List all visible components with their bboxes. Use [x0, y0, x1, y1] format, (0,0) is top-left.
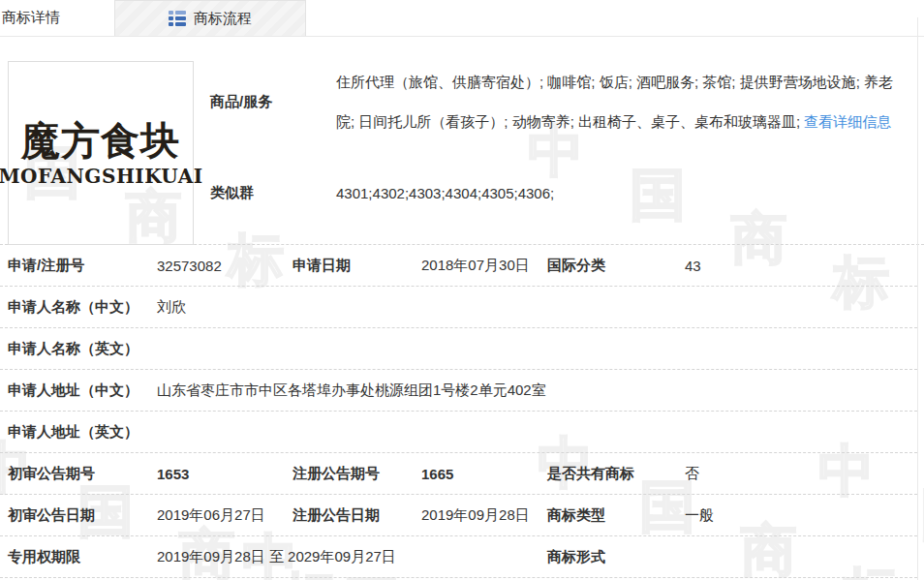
field-label: 商标形式 [547, 548, 685, 566]
applicant-name-cn-row: 申请人名称（中文） 刘欣 [0, 287, 917, 328]
field-label: 是否共有商标 [547, 465, 685, 483]
trademark-image: 魔方食块 MOFANGSHIKUAI [8, 61, 194, 245]
field-value: 43 [685, 258, 917, 274]
similar-group-label: 类似群 [210, 184, 336, 202]
validity-period-row: 专用权期限 2019年09月28日 至 2029年09月27日 商标形式 [0, 536, 917, 578]
field-value: 一般 [685, 506, 917, 525]
goods-services-label: 商品/服务 [210, 93, 336, 111]
field-label: 注册公告日期 [293, 506, 421, 525]
field-label: 申请人名称（英文） [0, 340, 157, 358]
gazette-date-row: 初审公告日期 2019年06月27日 注册公告日期 2019年09月28日 商标… [0, 495, 917, 536]
field-value: 1665 [421, 466, 547, 482]
field-label: 申请人地址（英文） [0, 423, 157, 442]
field-label: 初审公告日期 [0, 506, 157, 525]
field-value: 2018年07月30日 [421, 257, 547, 275]
trademark-name-en: MOFANGSHIKUAI [0, 165, 203, 188]
trademark-detail-page: 中 国 商 标 中 国 商 标 中 国 商 标 中 国 商 标 中 国 商 标 [0, 0, 924, 580]
trademark-detail-content: 魔方食块 MOFANGSHIKUAI 商品/服务 住所代理（旅馆、供膳寄宿处）;… [0, 37, 924, 578]
field-label: 申请/注册号 [0, 257, 157, 275]
tab-trademark-details[interactable]: 商标详情 [0, 0, 114, 36]
goods-services-row: 商品/服务 住所代理（旅馆、供膳寄宿处）; 咖啡馆; 饭店; 酒吧服务; 茶馆;… [210, 37, 924, 141]
field-label: 初审公告期号 [0, 465, 157, 483]
field-value: 2019年09月28日 [421, 506, 547, 525]
field-value: 否 [685, 465, 917, 483]
application-number-row: 申请/注册号 32573082 申请日期 2018年07月30日 国际分类 43 [0, 245, 917, 287]
view-details-link[interactable]: 查看详细信息 [804, 113, 891, 130]
applicant-address-en-row: 申请人地址（英文） [0, 412, 917, 453]
goods-services-text: 住所代理（旅馆、供膳寄宿处）; 咖啡馆; 饭店; 酒吧服务; 茶馆; 提供野营场… [336, 62, 924, 141]
field-label: 商标类型 [547, 506, 685, 525]
tab-trademark-process-label: 商标流程 [194, 10, 252, 28]
field-value: 刘欣 [157, 298, 917, 317]
similar-group-value: 4301;4302;4303;4304;4305;4306; [336, 185, 554, 201]
tab-bar: 商标详情 商标流程 [0, 0, 924, 37]
tab-trademark-details-label: 商标详情 [2, 9, 60, 27]
field-label: 申请人地址（中文） [0, 382, 157, 400]
applicant-name-en-row: 申请人名称（英文） [0, 328, 917, 370]
applicant-address-cn-row: 申请人地址（中文） 山东省枣庄市市中区各塔埠办事处桃源组团1号楼2单元402室 [0, 370, 917, 412]
top-section: 魔方食块 MOFANGSHIKUAI 商品/服务 住所代理（旅馆、供膳寄宿处）;… [0, 37, 924, 245]
trademark-name-cn: 魔方食块 [21, 119, 180, 162]
field-label: 注册公告期号 [293, 465, 421, 483]
field-value: 2019年09月28日 至 2029年09月27日 [157, 548, 547, 566]
field-label: 国际分类 [547, 257, 685, 275]
field-value: 2019年06月27日 [157, 506, 293, 525]
tab-trademark-process[interactable]: 商标流程 [114, 0, 306, 36]
grid-icon [169, 11, 186, 26]
field-label: 申请人名称（中文） [0, 298, 157, 317]
field-value: 32573082 [157, 258, 293, 274]
gazette-number-row: 初审公告期号 1653 注册公告期号 1665 是否共有商标 否 [0, 453, 917, 495]
goods-table: 商品/服务 住所代理（旅馆、供膳寄宿处）; 咖啡馆; 饭店; 酒吧服务; 茶馆;… [210, 37, 924, 244]
similar-group-row: 类似群 4301;4302;4303;4304;4305;4306; [210, 141, 924, 244]
field-label: 申请日期 [293, 257, 421, 275]
field-label: 专用权期限 [0, 548, 157, 566]
field-value: 山东省枣庄市市中区各塔埠办事处桃源组团1号楼2单元402室 [157, 382, 917, 400]
field-value: 1653 [157, 466, 293, 482]
